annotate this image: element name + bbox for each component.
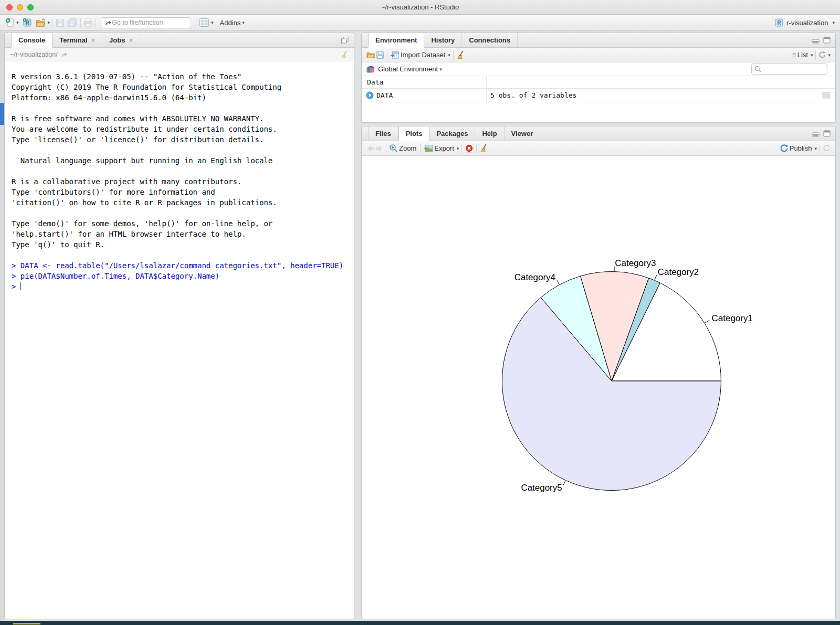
- load-workspace-button[interactable]: [366, 51, 376, 59]
- svg-text:Category4: Category4: [514, 272, 555, 282]
- restore-pane-button[interactable]: [341, 36, 349, 44]
- tab-help[interactable]: Help: [475, 126, 504, 141]
- goto-file-box[interactable]: [101, 17, 191, 28]
- remove-plot-button[interactable]: [465, 144, 474, 153]
- r-project-icon: R: [774, 18, 784, 27]
- environment-scope-dropdown[interactable]: ▾: [439, 67, 442, 72]
- delete-plot-icon: [465, 144, 474, 153]
- maximize-pane-button[interactable]: [823, 37, 831, 44]
- next-plot-button[interactable]: [375, 145, 383, 152]
- titlebar: ~/r-visualization - RStudio: [0, 0, 840, 15]
- import-dataset-dropdown[interactable]: ▾: [448, 52, 450, 58]
- addins-menu[interactable]: Addins: [220, 19, 241, 27]
- print-button[interactable]: [83, 18, 93, 27]
- tab-environment[interactable]: Environment: [368, 33, 424, 48]
- environment-view-button[interactable]: List: [797, 51, 808, 59]
- publish-plot-button[interactable]: Publish: [790, 144, 812, 152]
- import-dataset-icon: [390, 51, 400, 59]
- save-workspace-button[interactable]: [376, 51, 384, 59]
- object-value: 5 obs. of 2 variables: [490, 91, 576, 99]
- open-file-dropdown[interactable]: ▾: [48, 20, 50, 25]
- environment-scope-row: Global Environment ▾: [362, 62, 835, 76]
- new-file-dropdown[interactable]: ▾: [16, 20, 19, 25]
- tab-connections[interactable]: Connections: [462, 33, 518, 47]
- environment-object-row[interactable]: DATA 5 obs. of 2 variables: [362, 89, 835, 102]
- plots-pane: Files Plots Packages Help Viewer: [361, 126, 836, 619]
- tab-files[interactable]: Files: [368, 126, 398, 141]
- tab-packages[interactable]: Packages: [429, 126, 475, 141]
- svg-text:Category2: Category2: [658, 267, 699, 277]
- tab-plots[interactable]: Plots: [398, 126, 430, 141]
- publish-icon: [780, 144, 789, 153]
- console-output[interactable]: R version 3.6.1 (2019-07-05) -- "Action …: [5, 62, 354, 619]
- list-icon: ≡: [792, 51, 796, 59]
- svg-text:Category1: Category1: [712, 313, 753, 323]
- plots-tabbar: Files Plots Packages Help Viewer: [362, 126, 835, 141]
- export-plot-button[interactable]: Export: [434, 144, 454, 152]
- publish-plot-dropdown[interactable]: ▾: [814, 146, 817, 151]
- goto-directory-icon[interactable]: [61, 51, 68, 58]
- desktop-strip: [0, 621, 840, 625]
- working-directory: ~/r-visualization/: [10, 51, 58, 58]
- minimize-pane-icon: [812, 37, 820, 44]
- environment-search-input[interactable]: [761, 65, 822, 73]
- tab-history[interactable]: History: [424, 33, 462, 47]
- plots-toolbar: Zoom Export ▾ Publish ▾: [362, 141, 835, 156]
- zoom-plot-button[interactable]: Zoom: [399, 144, 416, 152]
- tab-terminal[interactable]: Terminal ×: [52, 33, 102, 47]
- save-button[interactable]: [56, 18, 65, 27]
- tab-jobs[interactable]: Jobs ×: [102, 33, 140, 47]
- refresh-environment-dropdown[interactable]: ▾: [828, 52, 831, 58]
- clear-console-button[interactable]: [340, 50, 349, 59]
- new-project-button[interactable]: R: [22, 17, 33, 28]
- clear-plots-button[interactable]: [479, 144, 488, 153]
- svg-text:Category5: Category5: [521, 483, 562, 493]
- play-icon[interactable]: [366, 91, 374, 99]
- minimize-pane-button[interactable]: [812, 131, 820, 137]
- environment-view-dropdown[interactable]: ▾: [811, 52, 813, 58]
- goto-file-input[interactable]: [112, 19, 183, 26]
- close-icon[interactable]: ×: [129, 36, 133, 44]
- environment-scope-select[interactable]: Global Environment: [378, 65, 438, 73]
- data-table-icon: [822, 92, 830, 99]
- maximize-pane-button[interactable]: [823, 130, 831, 137]
- new-project-icon: R: [22, 17, 33, 28]
- environment-toolbar: Import Dataset ▾ ≡ List ▾ ▾: [362, 48, 835, 62]
- environment-section-header: Data: [362, 76, 835, 89]
- refresh-environment-button[interactable]: [818, 51, 826, 59]
- refresh-plot-button[interactable]: [823, 144, 831, 152]
- environment-scope-icon: [366, 65, 375, 73]
- previous-plot-button[interactable]: [366, 145, 375, 152]
- tab-viewer[interactable]: Viewer: [505, 126, 541, 141]
- refresh-icon: [823, 144, 831, 152]
- close-icon[interactable]: ×: [91, 36, 96, 44]
- save-all-button[interactable]: [68, 18, 78, 27]
- tab-console[interactable]: Console: [11, 33, 52, 48]
- environment-search-box[interactable]: [751, 63, 827, 75]
- pane-layout-dropdown[interactable]: ▾: [211, 20, 214, 25]
- text-cursor: [20, 282, 22, 290]
- minimize-pane-icon: [812, 131, 820, 137]
- minimize-pane-button[interactable]: [812, 37, 820, 44]
- project-dropdown-icon: ▾: [832, 20, 835, 25]
- open-folder-icon: [366, 51, 376, 59]
- background-window-sliver: [0, 31, 4, 621]
- print-icon: [83, 18, 93, 27]
- project-menu[interactable]: R r-visualization ▾: [774, 18, 835, 27]
- import-dataset-button[interactable]: Import Dataset: [401, 51, 445, 59]
- view-data-button[interactable]: [822, 92, 830, 99]
- environment-tabbar: Environment History Connections: [362, 33, 835, 48]
- back-arrow-icon: [366, 145, 375, 152]
- export-plot-dropdown[interactable]: ▾: [457, 146, 459, 151]
- console-pane: Console Terminal × Jobs × ~/r-visualizat…: [4, 33, 354, 619]
- open-file-button[interactable]: [36, 18, 46, 27]
- console-tabbar: Console Terminal × Jobs ×: [5, 33, 354, 48]
- new-file-button[interactable]: [5, 18, 15, 27]
- export-icon: [423, 144, 433, 152]
- svg-text:R: R: [777, 20, 781, 26]
- pane-layout-button[interactable]: [199, 18, 209, 27]
- maximize-pane-icon: [823, 37, 831, 44]
- console-pathrow: ~/r-visualization/: [5, 48, 354, 61]
- environment-pane: Environment History Connections Import D…: [361, 33, 836, 123]
- clear-environment-button[interactable]: [456, 50, 465, 59]
